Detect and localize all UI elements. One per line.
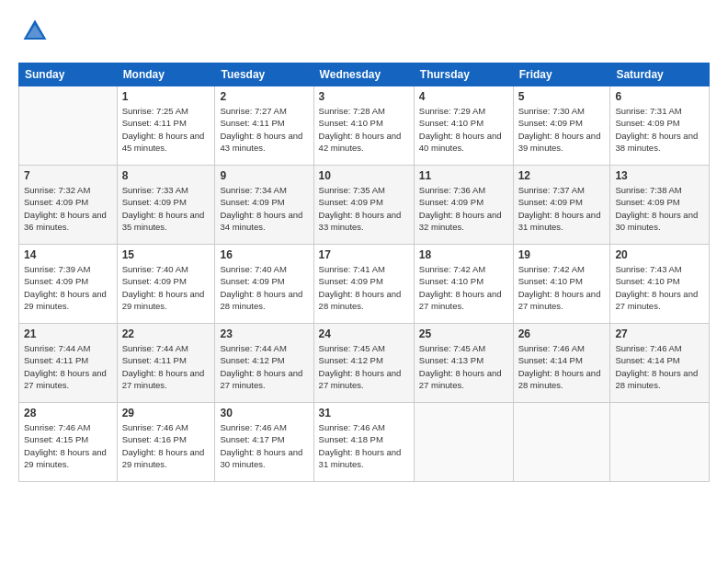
calendar-cell: 28 Sunrise: 7:46 AMSunset: 4:15 PMDaylig… [19, 403, 118, 482]
day-info: Sunrise: 7:35 AMSunset: 4:09 PMDaylight:… [319, 185, 402, 232]
calendar-cell: 11 Sunrise: 7:36 AMSunset: 4:09 PMDaylig… [414, 166, 513, 245]
calendar-cell: 23 Sunrise: 7:44 AMSunset: 4:12 PMDaylig… [215, 324, 313, 403]
day-number: 17 [319, 248, 409, 261]
calendar-cell: 1 Sunrise: 7:25 AMSunset: 4:11 PMDayligh… [117, 86, 215, 166]
day-number: 26 [518, 327, 606, 340]
calendar-cell: 15 Sunrise: 7:40 AMSunset: 4:09 PMDaylig… [117, 245, 215, 324]
day-info: Sunrise: 7:34 AMSunset: 4:09 PMDaylight:… [220, 185, 302, 232]
day-number: 23 [220, 327, 308, 340]
day-info: Sunrise: 7:46 AMSunset: 4:18 PMDaylight:… [319, 422, 402, 469]
calendar-cell: 20 Sunrise: 7:43 AMSunset: 4:10 PMDaylig… [610, 245, 710, 324]
calendar-cell: 9 Sunrise: 7:34 AMSunset: 4:09 PMDayligh… [215, 166, 313, 245]
day-info: Sunrise: 7:44 AMSunset: 4:11 PMDaylight:… [24, 343, 107, 390]
day-number: 30 [220, 407, 308, 419]
calendar-cell: 24 Sunrise: 7:45 AMSunset: 4:12 PMDaylig… [313, 324, 414, 403]
day-info: Sunrise: 7:44 AMSunset: 4:11 PMDaylight:… [122, 343, 205, 390]
calendar-week-row: 7 Sunrise: 7:32 AMSunset: 4:09 PMDayligh… [19, 166, 710, 245]
day-info: Sunrise: 7:27 AMSunset: 4:11 PMDaylight:… [220, 106, 302, 153]
calendar-cell: 14 Sunrise: 7:39 AMSunset: 4:09 PMDaylig… [19, 245, 118, 324]
calendar-cell [610, 403, 710, 482]
calendar-cell: 6 Sunrise: 7:31 AMSunset: 4:09 PMDayligh… [610, 86, 710, 166]
day-number: 9 [220, 169, 308, 182]
day-info: Sunrise: 7:42 AMSunset: 4:10 PMDaylight:… [419, 264, 502, 311]
page: SundayMondayTuesdayWednesdayThursdayFrid… [0, 0, 728, 563]
day-number: 10 [319, 169, 409, 182]
weekday-header: Tuesday [215, 63, 313, 86]
logo-icon [20, 17, 50, 46]
day-info: Sunrise: 7:40 AMSunset: 4:09 PMDaylight:… [122, 264, 205, 311]
day-number: 6 [615, 90, 704, 103]
day-number: 28 [24, 407, 112, 419]
day-number: 5 [518, 90, 606, 103]
day-info: Sunrise: 7:44 AMSunset: 4:12 PMDaylight:… [220, 343, 302, 390]
calendar-header-row: SundayMondayTuesdayWednesdayThursdayFrid… [19, 63, 710, 86]
day-info: Sunrise: 7:45 AMSunset: 4:12 PMDaylight:… [319, 343, 402, 390]
logo [18, 17, 53, 50]
day-number: 7 [24, 169, 112, 182]
day-info: Sunrise: 7:42 AMSunset: 4:10 PMDaylight:… [518, 264, 601, 311]
day-info: Sunrise: 7:46 AMSunset: 4:15 PMDaylight:… [24, 422, 107, 469]
calendar-cell: 27 Sunrise: 7:46 AMSunset: 4:14 PMDaylig… [610, 324, 710, 403]
day-info: Sunrise: 7:46 AMSunset: 4:16 PMDaylight:… [122, 422, 205, 469]
day-info: Sunrise: 7:46 AMSunset: 4:17 PMDaylight:… [220, 422, 302, 469]
calendar-week-row: 1 Sunrise: 7:25 AMSunset: 4:11 PMDayligh… [19, 86, 710, 166]
day-info: Sunrise: 7:31 AMSunset: 4:09 PMDaylight:… [615, 106, 698, 153]
calendar-cell: 18 Sunrise: 7:42 AMSunset: 4:10 PMDaylig… [414, 245, 513, 324]
day-info: Sunrise: 7:46 AMSunset: 4:14 PMDaylight:… [518, 343, 601, 390]
header [18, 17, 710, 50]
calendar-cell: 26 Sunrise: 7:46 AMSunset: 4:14 PMDaylig… [513, 324, 610, 403]
day-number: 15 [122, 248, 210, 261]
day-number: 27 [615, 327, 704, 340]
calendar-cell [513, 403, 610, 482]
calendar-cell: 12 Sunrise: 7:37 AMSunset: 4:09 PMDaylig… [513, 166, 610, 245]
weekday-header: Sunday [19, 63, 118, 86]
calendar-cell: 19 Sunrise: 7:42 AMSunset: 4:10 PMDaylig… [513, 245, 610, 324]
calendar-cell: 3 Sunrise: 7:28 AMSunset: 4:10 PMDayligh… [313, 86, 414, 166]
calendar-cell: 13 Sunrise: 7:38 AMSunset: 4:09 PMDaylig… [610, 166, 710, 245]
weekday-header: Wednesday [313, 63, 414, 86]
day-number: 24 [319, 327, 409, 340]
day-info: Sunrise: 7:38 AMSunset: 4:09 PMDaylight:… [615, 185, 698, 232]
day-info: Sunrise: 7:28 AMSunset: 4:10 PMDaylight:… [319, 106, 402, 153]
day-info: Sunrise: 7:30 AMSunset: 4:09 PMDaylight:… [518, 106, 601, 153]
day-number: 29 [122, 407, 210, 419]
day-info: Sunrise: 7:40 AMSunset: 4:09 PMDaylight:… [220, 264, 302, 311]
day-info: Sunrise: 7:45 AMSunset: 4:13 PMDaylight:… [419, 343, 502, 390]
day-number: 12 [518, 169, 606, 182]
calendar: SundayMondayTuesdayWednesdayThursdayFrid… [18, 63, 710, 482]
day-number: 8 [122, 169, 210, 182]
calendar-week-row: 14 Sunrise: 7:39 AMSunset: 4:09 PMDaylig… [19, 245, 710, 324]
weekday-header: Friday [513, 63, 610, 86]
calendar-cell: 16 Sunrise: 7:40 AMSunset: 4:09 PMDaylig… [215, 245, 313, 324]
day-number: 2 [220, 90, 308, 103]
day-number: 31 [319, 407, 409, 419]
calendar-body: 1 Sunrise: 7:25 AMSunset: 4:11 PMDayligh… [19, 86, 710, 482]
calendar-cell: 22 Sunrise: 7:44 AMSunset: 4:11 PMDaylig… [117, 324, 215, 403]
calendar-cell: 30 Sunrise: 7:46 AMSunset: 4:17 PMDaylig… [215, 403, 313, 482]
calendar-cell: 17 Sunrise: 7:41 AMSunset: 4:09 PMDaylig… [313, 245, 414, 324]
day-number: 16 [220, 248, 308, 261]
calendar-cell [414, 403, 513, 482]
day-info: Sunrise: 7:29 AMSunset: 4:10 PMDaylight:… [419, 106, 502, 153]
calendar-cell: 25 Sunrise: 7:45 AMSunset: 4:13 PMDaylig… [414, 324, 513, 403]
day-number: 11 [419, 169, 508, 182]
day-info: Sunrise: 7:32 AMSunset: 4:09 PMDaylight:… [24, 185, 107, 232]
day-number: 25 [419, 327, 508, 340]
calendar-cell [19, 86, 118, 166]
day-info: Sunrise: 7:46 AMSunset: 4:14 PMDaylight:… [615, 343, 698, 390]
day-info: Sunrise: 7:25 AMSunset: 4:11 PMDaylight:… [122, 106, 205, 153]
day-number: 14 [24, 248, 112, 261]
day-info: Sunrise: 7:43 AMSunset: 4:10 PMDaylight:… [615, 264, 698, 311]
day-number: 3 [319, 90, 409, 103]
calendar-week-row: 28 Sunrise: 7:46 AMSunset: 4:15 PMDaylig… [19, 403, 710, 482]
calendar-cell: 21 Sunrise: 7:44 AMSunset: 4:11 PMDaylig… [19, 324, 118, 403]
day-info: Sunrise: 7:39 AMSunset: 4:09 PMDaylight:… [24, 264, 107, 311]
calendar-cell: 29 Sunrise: 7:46 AMSunset: 4:16 PMDaylig… [117, 403, 215, 482]
day-number: 18 [419, 248, 508, 261]
calendar-cell: 4 Sunrise: 7:29 AMSunset: 4:10 PMDayligh… [414, 86, 513, 166]
day-number: 4 [419, 90, 508, 103]
day-info: Sunrise: 7:41 AMSunset: 4:09 PMDaylight:… [319, 264, 402, 311]
calendar-cell: 8 Sunrise: 7:33 AMSunset: 4:09 PMDayligh… [117, 166, 215, 245]
day-info: Sunrise: 7:33 AMSunset: 4:09 PMDaylight:… [122, 185, 205, 232]
day-number: 21 [24, 327, 112, 340]
